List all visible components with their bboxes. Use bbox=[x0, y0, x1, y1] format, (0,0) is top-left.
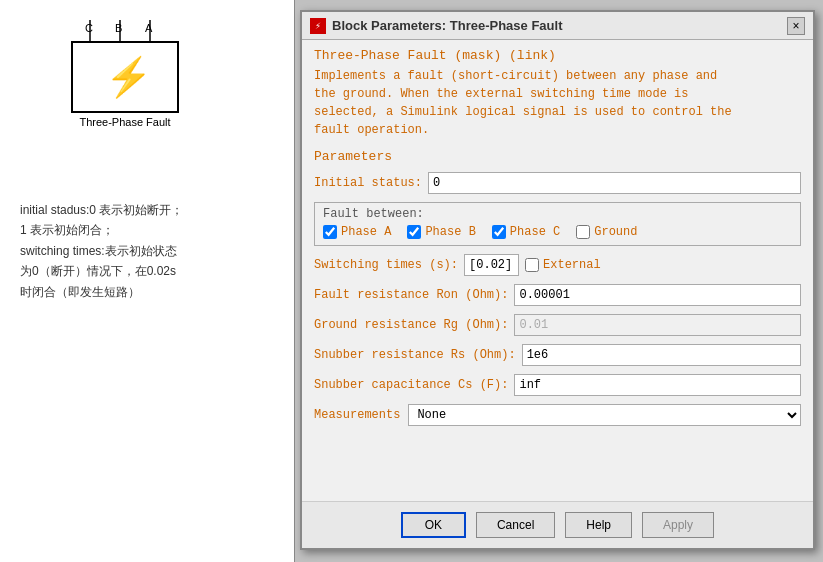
phase-a-item: Phase A bbox=[323, 225, 391, 239]
desc-line-4: fault operation. bbox=[314, 121, 801, 139]
cancel-button[interactable]: Cancel bbox=[476, 512, 555, 538]
ground-label[interactable]: Ground bbox=[594, 225, 637, 239]
block-name: Three-Phase Fault (mask) (link) bbox=[314, 48, 801, 63]
switching-times-row: Switching times (s): External bbox=[314, 254, 801, 276]
svg-text:C: C bbox=[85, 22, 93, 34]
svg-text:⚡: ⚡ bbox=[105, 54, 153, 100]
info-line-2: 1 表示初始闭合； bbox=[20, 220, 183, 240]
svg-text:Three-Phase Fault: Three-Phase Fault bbox=[79, 116, 170, 128]
info-text-block: initial stadus:0 表示初始断开； 1 表示初始闭合； switc… bbox=[20, 200, 183, 302]
dialog-title: Block Parameters: Three-Phase Fault bbox=[332, 18, 562, 33]
dialog-titlebar: ⚡ Block Parameters: Three-Phase Fault × bbox=[302, 12, 813, 40]
fault-between-label: Fault between: bbox=[323, 207, 792, 221]
ground-item: Ground bbox=[576, 225, 637, 239]
info-line-4: 为0（断开）情况下，在0.02s bbox=[20, 261, 183, 281]
desc-line-3: selected, a Simulink logical signal is u… bbox=[314, 103, 801, 121]
fault-resistance-label: Fault resistance Ron (Ohm): bbox=[314, 288, 508, 302]
external-checkbox[interactable] bbox=[525, 258, 539, 272]
ground-checkbox[interactable] bbox=[576, 225, 590, 239]
simulink-canvas: C B A ⚡ Three-Phase Fault initial stadus… bbox=[0, 0, 295, 562]
phase-c-item: Phase C bbox=[492, 225, 560, 239]
svg-text:B: B bbox=[115, 22, 122, 34]
snubber-resistance-label: Snubber resistance Rs (Ohm): bbox=[314, 348, 516, 362]
phase-c-label[interactable]: Phase C bbox=[510, 225, 560, 239]
info-line-3: switching times:表示初始状态 bbox=[20, 241, 183, 261]
desc-line-2: the ground. When the external switching … bbox=[314, 85, 801, 103]
svg-text:A: A bbox=[145, 22, 153, 34]
block-parameters-dialog: ⚡ Block Parameters: Three-Phase Fault × … bbox=[300, 10, 815, 550]
snubber-capacitance-input[interactable] bbox=[514, 374, 801, 396]
phase-b-item: Phase B bbox=[407, 225, 475, 239]
parameters-label: Parameters bbox=[314, 149, 801, 164]
measurements-select[interactable]: None All voltages All currents All volta… bbox=[408, 404, 801, 426]
phase-b-checkbox[interactable] bbox=[407, 225, 421, 239]
dialog-icon: ⚡ bbox=[310, 18, 326, 34]
fault-resistance-input[interactable] bbox=[514, 284, 801, 306]
fault-between-group: Fault between: Phase A Phase B Phase C G… bbox=[314, 202, 801, 246]
snubber-resistance-input[interactable] bbox=[522, 344, 801, 366]
help-button[interactable]: Help bbox=[565, 512, 632, 538]
ok-button[interactable]: OK bbox=[401, 512, 466, 538]
close-button[interactable]: × bbox=[787, 17, 805, 35]
initial-status-input[interactable] bbox=[428, 172, 801, 194]
phase-c-checkbox[interactable] bbox=[492, 225, 506, 239]
info-line-5: 时闭合（即发生短路） bbox=[20, 282, 183, 302]
dialog-body: Three-Phase Fault (mask) (link) Implemen… bbox=[302, 40, 813, 501]
dialog-title-left: ⚡ Block Parameters: Three-Phase Fault bbox=[310, 18, 562, 34]
measurements-label: Measurements bbox=[314, 408, 400, 422]
external-item: External bbox=[525, 258, 601, 272]
apply-button[interactable]: Apply bbox=[642, 512, 714, 538]
phase-a-label[interactable]: Phase A bbox=[341, 225, 391, 239]
ground-resistance-label: Ground resistance Rg (Ohm): bbox=[314, 318, 508, 332]
block-svg: C B A ⚡ Three-Phase Fault bbox=[50, 20, 210, 140]
fault-checkbox-row: Phase A Phase B Phase C Ground bbox=[323, 225, 792, 239]
info-line-1: initial stadus:0 表示初始断开； bbox=[20, 200, 183, 220]
initial-status-row: Initial status: bbox=[314, 172, 801, 194]
phase-a-checkbox[interactable] bbox=[323, 225, 337, 239]
block-diagram: C B A ⚡ Three-Phase Fault bbox=[50, 20, 210, 144]
measurements-row: Measurements None All voltages All curre… bbox=[314, 404, 801, 426]
phase-b-label[interactable]: Phase B bbox=[425, 225, 475, 239]
ground-resistance-row: Ground resistance Rg (Ohm): bbox=[314, 314, 801, 336]
snubber-capacitance-label: Snubber capacitance Cs (F): bbox=[314, 378, 508, 392]
description-text: Implements a fault (short-circuit) betwe… bbox=[314, 67, 801, 139]
initial-status-label: Initial status: bbox=[314, 176, 422, 190]
snubber-resistance-row: Snubber resistance Rs (Ohm): bbox=[314, 344, 801, 366]
external-label[interactable]: External bbox=[543, 258, 601, 272]
fault-resistance-row: Fault resistance Ron (Ohm): bbox=[314, 284, 801, 306]
desc-line-1: Implements a fault (short-circuit) betwe… bbox=[314, 67, 801, 85]
switching-times-label: Switching times (s): bbox=[314, 258, 458, 272]
snubber-capacitance-row: Snubber capacitance Cs (F): bbox=[314, 374, 801, 396]
switching-times-input[interactable] bbox=[464, 254, 519, 276]
dialog-footer: OK Cancel Help Apply bbox=[302, 501, 813, 548]
ground-resistance-input[interactable] bbox=[514, 314, 801, 336]
